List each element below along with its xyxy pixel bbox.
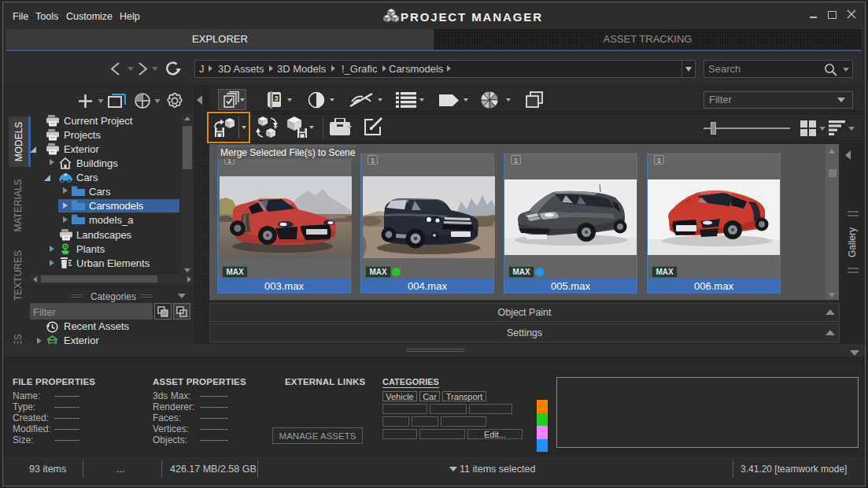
svg-text:3: 3 [274,94,278,102]
